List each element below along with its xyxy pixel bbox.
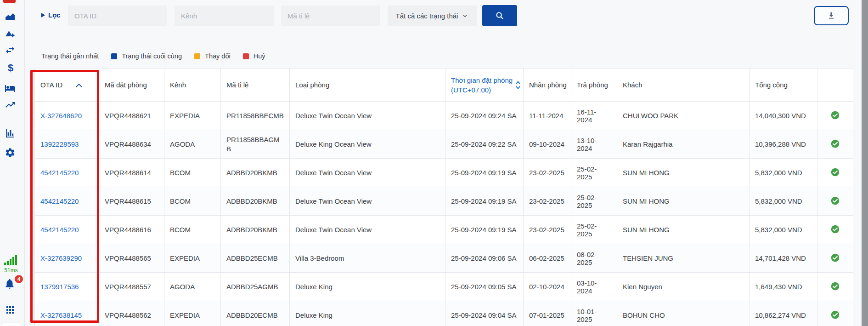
- booked-time-cell: 25-09-2024 09:19 SA: [445, 159, 524, 187]
- check-circle-icon: [830, 310, 840, 320]
- check-out-cell: 25-02-2025: [571, 216, 617, 244]
- notifications-bell-icon[interactable]: 4: [4, 278, 20, 292]
- filter-label: Lọc: [48, 11, 61, 19]
- column-header-booked-time[interactable]: Thời gian đặt phòng (UTC+07:00): [445, 69, 524, 102]
- check-in-cell: 09-10-2024: [524, 130, 571, 159]
- column-header-channel[interactable]: Kênh: [164, 69, 221, 102]
- column-header-ota-id[interactable]: OTA ID: [35, 69, 99, 102]
- column-header-guest[interactable]: Khách: [617, 69, 750, 102]
- check-out-cell: 13-10-2024: [571, 130, 617, 159]
- guest-cell: SUN MI HONG: [617, 187, 750, 216]
- check-out-cell: 08-02-2025: [571, 244, 617, 273]
- channel-cell: AGODA: [164, 130, 221, 159]
- legend-label: Thay đổi: [205, 52, 231, 60]
- ota-id-input[interactable]: [68, 6, 167, 26]
- legend-label: Huỷ: [254, 52, 265, 60]
- vertical-scrollbar[interactable]: [862, 0, 868, 326]
- notification-badge: 4: [15, 275, 23, 283]
- ota-id-link[interactable]: X-327638145: [40, 311, 82, 319]
- table-row: X-327648620VPQR4488621EXPEDIAPR11858BBEC…: [35, 102, 853, 130]
- table-row: 1392228593VPQR4488634AGODAPR11858BBAGMBD…: [35, 130, 853, 159]
- check-out-cell: 25-02-2025: [571, 187, 617, 216]
- app-logo[interactable]: [3, 0, 16, 3]
- ota-id-link[interactable]: 4542145220: [40, 169, 79, 177]
- table-body: X-327648620VPQR4488621EXPEDIAPR11858BBEC…: [35, 102, 853, 326]
- apps-grid-icon[interactable]: [5, 304, 17, 316]
- download-button[interactable]: [814, 6, 849, 25]
- table-row: 4542145220VPQR4488616BCOMADBBD20BKMBDelu…: [35, 216, 853, 244]
- status-cell: [817, 130, 853, 159]
- ota-id-link[interactable]: X-327648620: [40, 112, 82, 120]
- dollar-icon[interactable]: $: [5, 63, 17, 74]
- column-header-total[interactable]: Tổng cộng: [750, 69, 817, 102]
- check-circle-icon: [830, 167, 840, 177]
- ota-id-link[interactable]: 1392228593: [40, 140, 79, 148]
- check-in-cell: 23-02-2025: [524, 187, 571, 216]
- trending-up-icon[interactable]: [5, 99, 17, 111]
- status-select[interactable]: Tất cả các trạng thái: [388, 6, 477, 26]
- check-in-cell: 02-10-2024: [524, 273, 571, 301]
- legend-item-cancelled: Huỷ: [243, 52, 265, 60]
- channel-cell: BCOM: [164, 159, 221, 187]
- avatar-placeholder[interactable]: [2, 322, 20, 326]
- rate-code-cell: ADBBD20BKMB: [221, 216, 290, 244]
- total-cell: 10,396,288 VND: [750, 130, 817, 159]
- table-row: X-327639290VPQR4488565EXPEDIAADBBD25ECMB…: [35, 244, 853, 273]
- chevron-down-icon: [462, 12, 468, 19]
- booking-code-cell: VPQR4488614: [99, 159, 164, 187]
- bar-chart-icon[interactable]: [5, 128, 17, 140]
- check-out-cell: 25-02-2025: [571, 159, 617, 187]
- bed-icon[interactable]: [5, 83, 17, 95]
- guest-cell: CHULWOO PARK: [617, 102, 750, 130]
- check-in-cell: 23-02-2025: [524, 216, 571, 244]
- rate-code-cell: ADBBD25AGMB: [221, 273, 290, 301]
- status-cell: [817, 244, 853, 273]
- guest-cell: Karan Rajgarhia: [617, 130, 750, 159]
- total-cell: 1,649,430 VND: [750, 273, 817, 301]
- ota-id-cell: 4542145220: [35, 187, 99, 216]
- ota-id-link[interactable]: X-327639290: [40, 254, 82, 262]
- booked-time-cell: 25-09-2024 09:22 SA: [445, 130, 524, 159]
- sort-ascending-icon: [75, 82, 83, 88]
- channel-input[interactable]: [175, 6, 274, 26]
- guest-cell: BOHUN CHO: [617, 301, 750, 326]
- booked-time-cell: 25-09-2024 09:24 SA: [445, 102, 524, 130]
- column-header-booking-code[interactable]: Mã đặt phòng: [99, 69, 164, 102]
- ota-id-link[interactable]: 4542145220: [40, 226, 79, 234]
- column-header-check-in[interactable]: Nhận phòng: [524, 69, 571, 102]
- swap-horizontal-icon[interactable]: [5, 45, 17, 57]
- table-row: X-327638145VPQR4488562EXPEDIAADBBD20ECMB…: [35, 301, 853, 326]
- room-type-cell: Deluxe King: [290, 301, 445, 326]
- bookings-table: OTA ID Mã đặt phòng Kênh Mã tỉ lệ Loại p…: [34, 68, 853, 326]
- rate-code-cell: ADBBD20BKMB: [221, 159, 290, 187]
- ota-id-cell: 4542145220: [35, 159, 99, 187]
- ota-id-cell: X-327648620: [35, 102, 99, 130]
- column-header-room-type[interactable]: Loại phòng: [290, 69, 445, 102]
- column-header-check-out[interactable]: Trả phòng: [571, 69, 617, 102]
- area-chart-icon[interactable]: [5, 11, 17, 23]
- filter-toggle[interactable]: Lọc: [41, 11, 61, 19]
- ota-id-link[interactable]: 4542145220: [40, 197, 79, 205]
- room-type-cell: Deluxe Twin Ocean View: [290, 216, 445, 244]
- search-button[interactable]: [482, 5, 517, 26]
- download-icon: [826, 11, 836, 21]
- status-cell: [817, 159, 853, 187]
- ota-id-cell: X-327639290: [35, 244, 99, 273]
- ota-id-link[interactable]: 1379917536: [40, 283, 79, 291]
- booking-code-cell: VPQR4488562: [99, 301, 164, 326]
- status-cell: [817, 216, 853, 244]
- legend-title: Trạng thái gần nhất: [41, 52, 99, 60]
- settings-gear-icon[interactable]: [5, 147, 17, 159]
- column-header-rate-code[interactable]: Mã tỉ lệ: [221, 69, 290, 102]
- check-in-cell: 06-02-2025: [524, 244, 571, 273]
- check-circle-icon: [830, 253, 840, 263]
- column-header-status: [817, 69, 853, 102]
- rate-code-cell: PR11858BBECMB: [221, 102, 290, 130]
- channel-cell: EXPEDIA: [164, 102, 221, 130]
- booked-time-cell: 25-09-2024 09:19 SA: [445, 187, 524, 216]
- rate-code-input[interactable]: [281, 6, 380, 26]
- status-cell: [817, 301, 853, 326]
- booking-code-cell: VPQR4488565: [99, 244, 164, 273]
- mountain-gear-icon[interactable]: [5, 28, 17, 40]
- booked-time-cell: 25-09-2024 09:06 SA: [445, 244, 524, 273]
